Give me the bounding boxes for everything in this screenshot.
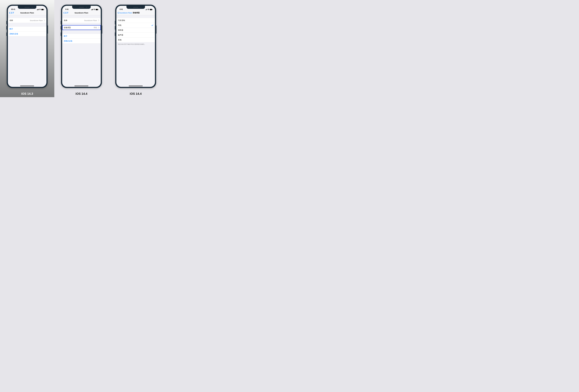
home-indicator <box>74 86 88 86</box>
row-name[interactable]: 名称 Soundcore Flare <box>62 18 101 23</box>
chevron-left-icon <box>117 12 119 14</box>
row-name-label: 名称 <box>64 19 67 21</box>
chevron-left-icon <box>9 12 10 14</box>
check-icon <box>151 24 153 26</box>
group-device-type: 设备类型 耳机 <box>62 25 101 30</box>
row-name-value: Soundcore Flare <box>30 19 43 21</box>
back-label: 蓝牙 <box>65 12 69 14</box>
group-device-type-options: 汽车音响 耳机 助听器 扬声器 其他 <box>116 18 155 42</box>
notch <box>72 6 91 9</box>
panel-caption: iOS 14.3 <box>0 92 54 95</box>
device-type-value: 耳机 <box>94 26 97 29</box>
option-car-stereo[interactable]: 汽车音响 <box>116 18 155 23</box>
forget-label: 忽略此设备 <box>64 40 72 42</box>
row-name-value: Soundcore Flare <box>84 19 97 21</box>
chevron-right-icon <box>43 19 45 21</box>
panel-caption: iOS 14.4 <box>54 92 109 95</box>
cellular-icon <box>37 9 39 10</box>
status-time: 09:41 <box>11 8 15 10</box>
back-label: 蓝牙 <box>11 12 14 14</box>
notch <box>18 6 36 9</box>
wifi-icon <box>147 9 149 10</box>
row-name[interactable]: 名称 Soundcore Flare <box>8 18 46 23</box>
home-indicator <box>20 86 34 86</box>
nav-bar: 蓝牙 Soundcore Flare <box>62 10 101 15</box>
phone-screen: 9:41 蓝牙 Soundcore Flare 名称 <box>62 6 101 87</box>
phone-screen: 09:41 蓝牙 Soundcore Flare 名称 <box>8 6 46 87</box>
nav-bar: Soundcore Flare 设备类型 <box>116 10 155 15</box>
battery-icon <box>41 9 44 10</box>
phone-frame: 9:41 Soundcore Flare 设备类型 汽车音响 <box>115 5 156 88</box>
battery-icon <box>150 9 152 10</box>
option-label: 汽车音响 <box>118 19 125 21</box>
panel-caption: iOS 14.4 <box>109 92 163 95</box>
device-type-label: 设备类型 <box>64 26 71 29</box>
option-speaker[interactable]: 扬声器 <box>116 33 155 37</box>
row-disconnect[interactable]: 断开 <box>62 34 101 39</box>
back-button[interactable]: 蓝牙 <box>63 12 69 14</box>
option-hearing-aid[interactable]: 助听器 <box>116 28 155 33</box>
wifi-icon <box>39 9 41 10</box>
panel-ios-14-4-detail: 9:41 蓝牙 Soundcore Flare 名称 <box>54 0 109 97</box>
status-time: 9:41 <box>66 8 69 10</box>
settings-content: 名称 Soundcore Flare 断开 忽略此设备 <box>8 15 46 87</box>
settings-content: 名称 Soundcore Flare 设备类型 耳机 <box>62 15 101 87</box>
group-name: 名称 Soundcore Flare <box>62 18 101 23</box>
phone-screen: 9:41 Soundcore Flare 设备类型 汽车音响 <box>116 6 155 87</box>
notch <box>127 6 145 9</box>
row-forget-device[interactable]: 忽略此设备 <box>8 31 46 36</box>
forget-label: 忽略此设备 <box>9 33 18 35</box>
option-label: 助听器 <box>118 29 123 31</box>
group-actions: 断开 忽略此设备 <box>8 26 46 36</box>
cellular-icon <box>145 9 147 10</box>
back-label: Soundcore Flare <box>119 12 132 14</box>
row-name-label: 名称 <box>9 19 13 21</box>
nav-title: 设备类型 <box>133 12 140 14</box>
chevron-left-icon <box>63 12 65 14</box>
panel-ios-14-4-type: 9:41 Soundcore Flare 设备类型 汽车音响 <box>109 0 163 97</box>
back-button[interactable]: 蓝牙 <box>9 12 14 14</box>
row-disconnect[interactable]: 断开 <box>8 26 46 31</box>
cellular-icon <box>91 9 93 10</box>
home-indicator <box>129 86 143 86</box>
battery-icon <box>96 9 98 10</box>
footer-note: 指定设备类型可确保耳机音量测量的准确性。 <box>116 42 155 45</box>
nav-bar: 蓝牙 Soundcore Flare <box>8 10 46 15</box>
settings-content: 汽车音响 耳机 助听器 扬声器 其他 指定设备 <box>116 15 155 87</box>
wifi-icon <box>93 9 95 10</box>
group-name: 名称 Soundcore Flare <box>8 18 46 23</box>
disconnect-label: 断开 <box>64 35 67 37</box>
group-actions: 断开 忽略此设备 <box>62 34 101 44</box>
option-label: 耳机 <box>118 24 122 26</box>
option-other[interactable]: 其他 <box>116 37 155 42</box>
row-forget-device[interactable]: 忽略此设备 <box>62 39 101 43</box>
back-button[interactable]: Soundcore Flare <box>117 12 132 14</box>
panel-ios-14-3: 09:41 蓝牙 Soundcore Flare 名称 <box>0 0 54 97</box>
option-headphone[interactable]: 耳机 <box>116 23 155 28</box>
chevron-right-icon <box>98 19 99 21</box>
phone-frame: 9:41 蓝牙 Soundcore Flare 名称 <box>61 5 102 88</box>
chevron-right-icon <box>98 26 99 29</box>
phone-frame: 09:41 蓝牙 Soundcore Flare 名称 <box>7 5 48 88</box>
option-label: 扬声器 <box>118 34 123 36</box>
option-label: 其他 <box>118 39 122 41</box>
row-device-type[interactable]: 设备类型 耳机 <box>62 25 101 30</box>
disconnect-label: 断开 <box>9 28 13 30</box>
status-time: 9:41 <box>120 8 123 10</box>
